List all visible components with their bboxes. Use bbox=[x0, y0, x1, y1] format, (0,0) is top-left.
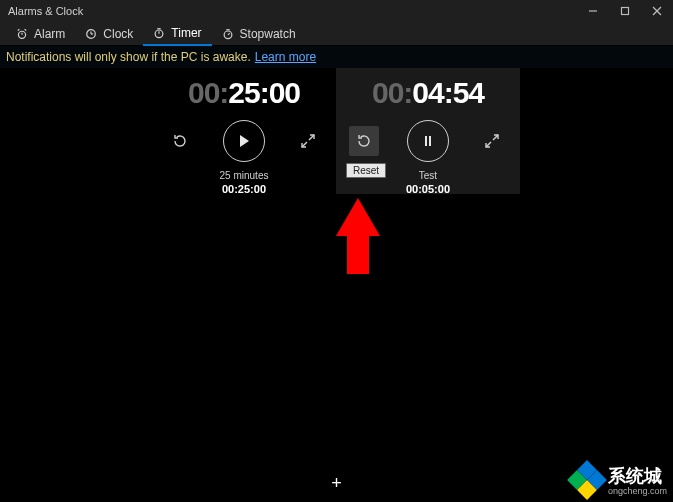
tab-label: Clock bbox=[103, 27, 133, 41]
svg-marker-17 bbox=[240, 135, 249, 147]
tab-label: Alarm bbox=[34, 27, 65, 41]
timer-hours: 00: bbox=[188, 76, 228, 110]
app-title: Alarms & Clock bbox=[0, 5, 577, 17]
arrow-stem bbox=[347, 236, 369, 274]
maximize-button[interactable] bbox=[609, 0, 641, 22]
notification-message: Notifications will only show if the PC i… bbox=[6, 50, 251, 64]
main-content: 00: 25:00 25 minutes 00:25:00 00: 04:54 bbox=[0, 68, 673, 502]
tab-timer[interactable]: Timer bbox=[143, 22, 211, 46]
timer-main-time: 25:00 bbox=[228, 76, 300, 110]
timer-display: 00: 25:00 bbox=[188, 76, 300, 110]
svg-line-7 bbox=[25, 29, 27, 30]
svg-rect-1 bbox=[622, 8, 629, 15]
expand-button[interactable] bbox=[293, 126, 323, 156]
svg-line-19 bbox=[302, 142, 307, 147]
timer-display: 00: 04:54 bbox=[372, 76, 484, 110]
close-button[interactable] bbox=[641, 0, 673, 22]
clock-icon bbox=[85, 28, 97, 40]
svg-point-4 bbox=[18, 31, 25, 38]
reset-button[interactable] bbox=[165, 126, 195, 156]
alarm-icon bbox=[16, 28, 28, 40]
timer-icon bbox=[153, 27, 165, 39]
stopwatch-icon bbox=[222, 28, 234, 40]
tab-clock[interactable]: Clock bbox=[75, 22, 143, 46]
timer-name: 25 minutes bbox=[220, 170, 269, 181]
svg-line-15 bbox=[228, 33, 230, 35]
tab-label: Stopwatch bbox=[240, 27, 296, 41]
tab-stopwatch[interactable]: Stopwatch bbox=[212, 22, 306, 46]
watermark-text: 系统城 bbox=[608, 466, 662, 486]
svg-point-11 bbox=[156, 30, 164, 38]
notification-link[interactable]: Learn more bbox=[255, 50, 316, 64]
minimize-button[interactable] bbox=[577, 0, 609, 22]
expand-button[interactable] bbox=[477, 126, 507, 156]
timer-label: 25 minutes 00:25:00 bbox=[220, 170, 269, 195]
timer-main-time: 04:54 bbox=[412, 76, 484, 110]
arrow-head-icon bbox=[336, 198, 380, 236]
timer-hours: 00: bbox=[372, 76, 412, 110]
svg-point-14 bbox=[224, 31, 232, 39]
svg-line-6 bbox=[18, 29, 20, 30]
timer-controls bbox=[152, 120, 336, 162]
watermark-sub: ongcheng.com bbox=[608, 486, 667, 496]
tab-alarm[interactable]: Alarm bbox=[6, 22, 75, 46]
svg-line-23 bbox=[486, 142, 491, 147]
play-button[interactable] bbox=[223, 120, 265, 162]
timer-card[interactable]: 00: 25:00 25 minutes 00:25:00 bbox=[152, 68, 336, 194]
timer-total: 00:05:00 bbox=[406, 183, 450, 195]
svg-line-18 bbox=[309, 135, 314, 140]
annotation-arrow bbox=[336, 198, 380, 274]
pause-button[interactable] bbox=[407, 120, 449, 162]
timer-total: 00:25:00 bbox=[220, 183, 269, 195]
timer-name: Test bbox=[406, 170, 450, 181]
watermark: 系统城 ongcheng.com bbox=[572, 464, 667, 496]
window-controls bbox=[577, 0, 673, 22]
title-bar: Alarms & Clock bbox=[0, 0, 673, 22]
notification-bar: Notifications will only show if the PC i… bbox=[0, 46, 673, 68]
timer-label: Test 00:05:00 bbox=[406, 170, 450, 195]
svg-line-22 bbox=[493, 135, 498, 140]
reset-tooltip: Reset bbox=[346, 163, 386, 178]
timer-card[interactable]: 00: 04:54 Reset Test 00:05:00 bbox=[336, 68, 520, 194]
tab-label: Timer bbox=[171, 26, 201, 40]
timer-controls bbox=[336, 120, 520, 162]
reset-button[interactable] bbox=[349, 126, 379, 156]
watermark-logo-icon bbox=[572, 465, 602, 495]
tab-bar: Alarm Clock Timer Stopwatch bbox=[0, 22, 673, 46]
add-timer-button[interactable]: + bbox=[331, 473, 342, 494]
